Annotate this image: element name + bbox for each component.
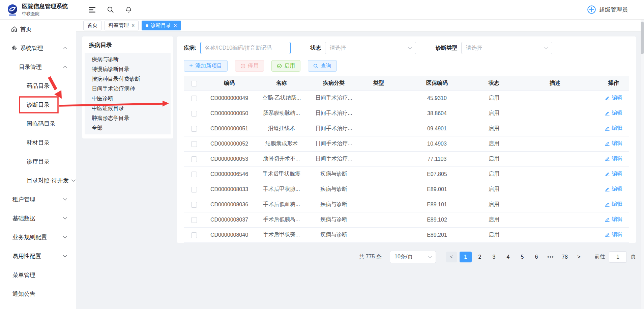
- edit-icon: [605, 141, 610, 146]
- brand: 医院信息管理系统 中联医院: [0, 2, 76, 17]
- row-checkbox[interactable]: [191, 96, 197, 101]
- close-icon[interactable]: ×: [131, 23, 135, 28]
- row-checkbox[interactable]: [191, 141, 197, 147]
- col-type: 类型: [359, 76, 398, 91]
- page-button-6[interactable]: 6: [530, 252, 543, 262]
- disease-catalog-item[interactable]: 肿瘤形态学目录: [85, 113, 171, 123]
- sidebar-item-drug-catalog[interactable]: 药品目录: [0, 76, 76, 95]
- scrollbar-thumb[interactable]: [641, 22, 644, 54]
- col-code: 编码: [204, 76, 255, 91]
- sidebar-item-notice-announcement[interactable]: 通知公告: [0, 284, 76, 303]
- row-checkbox[interactable]: [191, 126, 197, 132]
- close-icon[interactable]: ×: [174, 23, 177, 28]
- edit-button[interactable]: 编辑: [605, 185, 622, 192]
- disease-catalog-item[interactable]: 中医证候目录: [85, 103, 171, 113]
- row-checkbox[interactable]: [191, 217, 197, 223]
- cell-status: 启用: [476, 121, 512, 136]
- cell-code: CD0000000053: [204, 151, 255, 166]
- user-menu[interactable]: 超级管理员: [587, 5, 644, 14]
- cell-disease-category: 疾病与诊断: [309, 166, 359, 182]
- edit-button[interactable]: 编辑: [605, 109, 622, 117]
- app-subtitle: 中联医院: [22, 11, 68, 17]
- row-checkbox[interactable]: [191, 187, 197, 192]
- prev-page-button[interactable]: <: [446, 252, 457, 262]
- notification-bell-icon[interactable]: [125, 6, 132, 14]
- sidebar-item-system-management[interactable]: 系统管理: [0, 38, 76, 57]
- sidebar-item-usability-config[interactable]: 易用性配置: [0, 247, 76, 265]
- sidebar-item-label: 目录对照-待开发: [27, 177, 69, 184]
- sidebar-item-diagnosis-catalog[interactable]: 诊断目录: [0, 95, 76, 114]
- disease-catalog-item[interactable]: 疾病与诊断: [85, 54, 171, 64]
- sidebar-item-tenant-management[interactable]: 租户管理: [0, 190, 76, 209]
- row-checkbox[interactable]: [191, 172, 197, 177]
- edit-icon: [605, 202, 610, 207]
- cell-status: 启用: [476, 227, 512, 242]
- sidebar-item-business-rules-config[interactable]: 业务规则配置: [0, 228, 76, 247]
- sidebar-item-basic-data[interactable]: 基础数据: [0, 209, 76, 228]
- cell-code: CD0000000050: [204, 106, 255, 121]
- cell-disease-category: 日间手术治疗...: [309, 136, 359, 151]
- row-checkbox[interactable]: [191, 232, 197, 238]
- query-button[interactable]: 查询: [308, 60, 337, 72]
- sidebar-item-catalog-management[interactable]: 目录管理: [0, 57, 76, 76]
- page-button-5[interactable]: 5: [516, 252, 528, 262]
- collapse-menu-icon[interactable]: [88, 6, 96, 14]
- sidebar-item-consumables-catalog[interactable]: 耗材目录: [0, 133, 76, 152]
- tab-home[interactable]: 首页: [83, 21, 101, 30]
- page-button-2[interactable]: 2: [474, 252, 486, 262]
- disease-catalog-item[interactable]: 特慢病诊断目录: [85, 64, 171, 74]
- tab-label: 诊断目录: [151, 22, 171, 29]
- tab-diagnosis-catalog[interactable]: 诊断目录 ×: [142, 21, 181, 30]
- edit-button[interactable]: 编辑: [605, 231, 622, 238]
- cell-insurance-code: E89.102: [398, 212, 476, 227]
- diagnosis-type-select[interactable]: 请选择: [461, 42, 552, 54]
- sidebar-item-national-clinical-code-catalog[interactable]: 国临码目录: [0, 114, 76, 133]
- disable-button[interactable]: 停用: [235, 60, 264, 72]
- pagination: 共 775 条 10条/页 < 1 2 3 4 5 6 ••• 78 > 前往 …: [82, 251, 636, 263]
- cell-insurance-code: E89.001: [398, 182, 476, 197]
- cell-status: 启用: [476, 151, 512, 166]
- page-button-78[interactable]: 78: [559, 252, 571, 262]
- goto-page-input[interactable]: [609, 251, 627, 263]
- search-icon[interactable]: [107, 6, 114, 14]
- edit-button[interactable]: 编辑: [605, 140, 622, 147]
- sidebar-item-catalog-mapping[interactable]: 目录对照-待开发: [0, 171, 76, 190]
- select-all-checkbox[interactable]: [191, 81, 197, 86]
- disease-catalog-item[interactable]: 按病种目录付费诊断: [85, 74, 171, 84]
- sidebar-item-label: 通知公告: [12, 290, 35, 298]
- enable-button[interactable]: 启用: [271, 60, 300, 72]
- status-select[interactable]: 请选择: [325, 42, 416, 54]
- sidebar-item-menu-management[interactable]: 菜单管理: [0, 265, 76, 284]
- row-checkbox[interactable]: [191, 202, 197, 208]
- edit-button[interactable]: 编辑: [605, 125, 622, 132]
- page-button-3[interactable]: 3: [488, 252, 500, 262]
- row-checkbox[interactable]: [191, 111, 197, 117]
- sidebar-item-label: 菜单管理: [12, 271, 35, 279]
- scrollbar-track[interactable]: [641, 20, 644, 309]
- disease-search-input[interactable]: [200, 42, 291, 54]
- page-button-1[interactable]: 1: [460, 252, 472, 262]
- page-button-4[interactable]: 4: [502, 252, 514, 262]
- edit-button[interactable]: 编辑: [605, 216, 622, 223]
- edit-button[interactable]: 编辑: [605, 94, 622, 101]
- next-page-button[interactable]: >: [574, 252, 584, 262]
- more-pages-icon[interactable]: •••: [545, 252, 557, 262]
- sidebar-item-home[interactable]: 首页: [0, 20, 76, 38]
- disease-catalog-item[interactable]: 日间手术治疗病种: [85, 84, 171, 94]
- edit-button[interactable]: 编辑: [605, 201, 622, 208]
- add-item-button[interactable]: + 添加新项目: [184, 60, 228, 72]
- col-status: 状态: [476, 76, 512, 91]
- cell-type: [359, 212, 398, 227]
- edit-button[interactable]: 编辑: [605, 170, 622, 177]
- page-size-select[interactable]: 10条/页: [390, 251, 436, 263]
- sidebar-item-label: 业务规则配置: [12, 233, 47, 241]
- disease-catalog-item[interactable]: 全部: [85, 123, 171, 133]
- table-row: CD0000008040 手术后甲状旁... 疾病与诊断 E89.201 启用: [184, 227, 629, 242]
- row-checkbox[interactable]: [191, 156, 197, 162]
- disease-catalog-item[interactable]: 中医诊断: [85, 94, 171, 103]
- sidebar-item-label: 诊断目录: [27, 101, 50, 109]
- edit-button[interactable]: 编辑: [605, 155, 622, 162]
- tab-department-management[interactable]: 科室管理 ×: [105, 21, 139, 30]
- disease-filter: 疾病:: [184, 42, 291, 54]
- sidebar-item-treatment-catalog[interactable]: 诊疗目录: [0, 152, 76, 171]
